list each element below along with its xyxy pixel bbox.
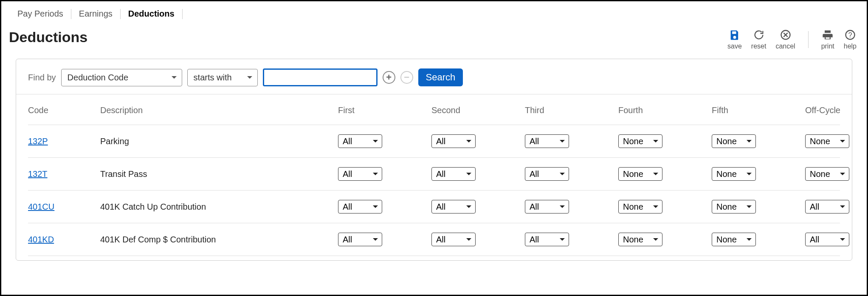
first-select[interactable]: AllNone bbox=[338, 233, 382, 246]
code-link[interactable]: 132T bbox=[28, 169, 48, 179]
reset-icon bbox=[753, 29, 765, 41]
toolbar-separator bbox=[808, 31, 809, 48]
app-frame: Pay Periods Earnings Deductions Deductio… bbox=[0, 0, 868, 296]
cancel-icon bbox=[780, 29, 792, 41]
cancel-label: cancel bbox=[775, 43, 795, 50]
col-offcycle: Off-Cycle bbox=[805, 105, 852, 115]
offcycle-select[interactable]: AllNone bbox=[805, 167, 849, 181]
third-select[interactable]: AllNone bbox=[525, 200, 569, 213]
remove-criteria-button: − bbox=[400, 71, 413, 84]
toolbar: save reset cancel print ? bbox=[727, 29, 857, 50]
code-link[interactable]: 401KD bbox=[28, 235, 54, 244]
reset-label: reset bbox=[751, 43, 767, 50]
tab-deductions[interactable]: Deductions bbox=[121, 5, 182, 23]
code-link[interactable]: 401CU bbox=[28, 202, 54, 211]
find-by-label: Find by bbox=[28, 73, 56, 83]
tab-pay-periods[interactable]: Pay Periods bbox=[10, 5, 71, 23]
reset-button[interactable]: reset bbox=[751, 29, 767, 50]
col-fifth: Fifth bbox=[712, 105, 805, 115]
third-select[interactable]: AllNone bbox=[525, 233, 569, 246]
offcycle-select[interactable]: AllNone bbox=[805, 200, 849, 213]
third-select[interactable]: AllNone bbox=[525, 134, 569, 148]
page-title: Deductions bbox=[9, 29, 87, 46]
code-link[interactable]: 132P bbox=[28, 137, 48, 146]
save-label: save bbox=[727, 43, 742, 50]
fifth-select[interactable]: AllNone bbox=[712, 134, 756, 148]
fourth-select[interactable]: AllNone bbox=[618, 134, 662, 148]
description-cell: 401K Catch Up Contribution bbox=[100, 202, 338, 212]
svg-text:?: ? bbox=[848, 31, 852, 39]
tab-separator bbox=[182, 9, 183, 19]
col-third: Third bbox=[525, 105, 618, 115]
table-row: 401CU401K Catch Up ContributionAllNoneAl… bbox=[28, 191, 840, 223]
header-row: Deductions save reset cancel bbox=[1, 23, 867, 59]
search-button[interactable]: Search bbox=[418, 68, 463, 86]
table-header: Code Description First Second Third Four… bbox=[28, 94, 840, 125]
description-cell: Parking bbox=[100, 137, 338, 146]
description-cell: Transit Pass bbox=[100, 169, 338, 179]
plus-icon: + bbox=[386, 73, 392, 82]
fourth-select[interactable]: AllNone bbox=[618, 167, 662, 181]
toolbar-group-main: save reset cancel bbox=[727, 29, 795, 50]
col-description: Description bbox=[100, 105, 338, 115]
second-select[interactable]: AllNone bbox=[431, 200, 476, 213]
save-icon bbox=[729, 29, 741, 41]
tab-earnings[interactable]: Earnings bbox=[71, 5, 120, 23]
table-row: 401KD401K Def Comp $ ContributionAllNone… bbox=[28, 223, 840, 256]
first-select[interactable]: AllNone bbox=[338, 167, 382, 181]
add-criteria-button[interactable]: + bbox=[383, 71, 395, 84]
help-icon: ? bbox=[844, 29, 856, 41]
deductions-panel: Find by Deduction Code starts with + − S… bbox=[16, 59, 852, 261]
find-field-select[interactable]: Deduction Code bbox=[61, 69, 182, 86]
minus-icon: − bbox=[404, 73, 409, 82]
print-icon bbox=[822, 29, 834, 41]
first-select[interactable]: AllNone bbox=[338, 134, 382, 148]
col-first: First bbox=[338, 105, 431, 115]
toolbar-group-aux: print ? help bbox=[821, 29, 857, 50]
first-select[interactable]: AllNone bbox=[338, 200, 382, 213]
find-value-input[interactable] bbox=[263, 68, 378, 86]
third-select[interactable]: AllNone bbox=[525, 167, 569, 181]
col-second: Second bbox=[431, 105, 525, 115]
col-fourth: Fourth bbox=[618, 105, 712, 115]
fourth-select[interactable]: AllNone bbox=[618, 200, 662, 213]
find-operator-select[interactable]: starts with bbox=[187, 69, 258, 86]
fifth-select[interactable]: AllNone bbox=[712, 200, 756, 213]
fifth-select[interactable]: AllNone bbox=[712, 167, 756, 181]
second-select[interactable]: AllNone bbox=[431, 134, 476, 148]
second-select[interactable]: AllNone bbox=[431, 167, 476, 181]
deductions-table: Code Description First Second Third Four… bbox=[16, 94, 852, 260]
offcycle-select[interactable]: AllNone bbox=[805, 134, 849, 148]
help-button[interactable]: ? help bbox=[844, 29, 857, 50]
second-select[interactable]: AllNone bbox=[431, 233, 476, 246]
fifth-select[interactable]: AllNone bbox=[712, 233, 756, 246]
tab-bar: Pay Periods Earnings Deductions bbox=[1, 1, 867, 23]
save-button[interactable]: save bbox=[727, 29, 742, 50]
cancel-button[interactable]: cancel bbox=[775, 29, 795, 50]
table-row: 132PParkingAllNoneAllNoneAllNoneAllNoneA… bbox=[28, 125, 840, 158]
help-label: help bbox=[844, 43, 857, 50]
col-code: Code bbox=[28, 105, 100, 115]
fourth-select[interactable]: AllNone bbox=[618, 233, 662, 246]
description-cell: 401K Def Comp $ Contribution bbox=[100, 235, 338, 245]
table-row: 132TTransit PassAllNoneAllNoneAllNoneAll… bbox=[28, 158, 840, 191]
print-label: print bbox=[821, 43, 834, 50]
print-button[interactable]: print bbox=[821, 29, 834, 50]
find-bar: Find by Deduction Code starts with + − S… bbox=[16, 59, 852, 94]
offcycle-select[interactable]: AllNone bbox=[805, 233, 849, 246]
